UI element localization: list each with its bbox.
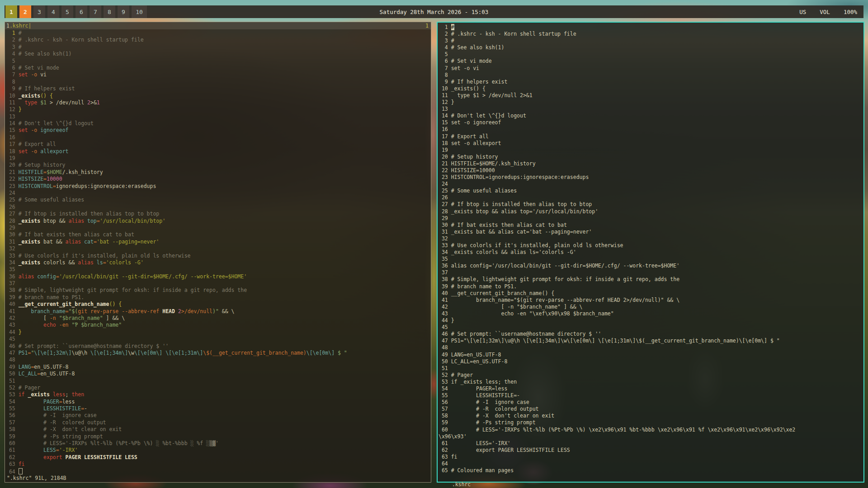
workspace-button-6[interactable]: 6 — [75, 5, 87, 18]
workspace-button-3[interactable]: 3 — [33, 5, 45, 18]
code-line-37: 37 — [6, 280, 431, 287]
workspace-button-10[interactable]: 10 — [132, 5, 147, 18]
workspace-button-1[interactable]: 1 — [5, 5, 17, 18]
vis-buffer[interactable]: 1#2# .kshrc - ksh - Korn shell startup f… — [439, 24, 863, 474]
code-line-25: 25# Some useful aliases — [6, 197, 431, 203]
code-line-56: 56 # -I ignore case — [6, 412, 431, 419]
code-line-10: 10_exists() { — [439, 85, 863, 92]
code-line-8: 8 — [439, 72, 863, 79]
code-line-55: 55 LESSHISTFILE=- — [439, 392, 863, 399]
code-line-19: 19 — [6, 155, 431, 162]
code-line-13: 13 — [439, 106, 863, 113]
code-line-7: 7set -o vi — [439, 65, 863, 72]
code-line-26: 26 — [6, 204, 431, 211]
keyboard-layout-indicator: US — [799, 9, 806, 15]
code-line-39: 39# branch name to PS1. — [439, 283, 863, 290]
vim-buffer[interactable]: 1#2# .kshrc - ksh - Korn shell startup f… — [6, 30, 431, 474]
code-line-42: 42 [ -n "$branch_name" ] && \ — [6, 315, 431, 322]
code-line-43: 43 echo -en "Ƥ $branch_name" — [6, 322, 431, 328]
code-line-40: 40__get_current_git_branch_name() { — [6, 301, 431, 308]
code-line-5: 5 — [439, 51, 863, 58]
code-line-45: 45 — [6, 336, 431, 343]
code-line-52: 52# Pager — [6, 385, 431, 391]
code-line-43: 43 echo -en "\xef\x90\x98 $branch_name" — [439, 310, 863, 317]
code-line-34: 34_exists colorls && alias ls='colorls -… — [6, 259, 431, 266]
code-line-17: 17# Export all — [439, 133, 863, 140]
code-line-53: 53if _exists less; then — [439, 379, 863, 385]
code-line-52: 52# Pager — [439, 372, 863, 379]
code-line-31: 31_exists bat && alias cat='bat --paging… — [6, 239, 431, 245]
terminal-window-vis-focused[interactable]: 1#2# .kshrc - ksh - Korn shell startup f… — [437, 22, 864, 483]
code-line-57: 57 # -R colored output — [439, 406, 863, 413]
code-line-6: 6# Set vi mode — [6, 65, 431, 71]
workspace-button-7[interactable]: 7 — [90, 5, 101, 18]
code-line-12: 12} — [439, 99, 863, 106]
code-line-57: 57 # -R colored output — [6, 419, 431, 426]
code-line-29: 29 — [439, 215, 863, 222]
code-line-46: 46# Set prompt: ``username@hostname dire… — [6, 343, 431, 350]
volume-label: VOL — [820, 9, 830, 15]
vim-tab-separator: | — [28, 22, 31, 29]
code-line-51: 51 — [439, 365, 863, 372]
code-line-27: 27# If btop is installed then alias top … — [439, 201, 863, 208]
text-cursor: # — [451, 24, 454, 30]
code-line-27: 27# If btop is installed then alias top … — [6, 211, 431, 217]
code-line-34: 34_exists colorls && alias ls='colorls -… — [439, 249, 863, 256]
code-line-16: 16 — [6, 134, 431, 141]
code-line-22: 22HISTSIZE=10000 — [439, 167, 863, 174]
code-line-35: 35 — [6, 266, 431, 273]
code-line-54: 54 PAGER=less — [6, 399, 431, 405]
code-line-45: 45 — [439, 324, 863, 331]
code-line-38: 38# Simple, lightweight git prompt for o… — [439, 276, 863, 283]
code-line-64: 64 — [439, 460, 863, 467]
code-line-1: 1# — [439, 24, 863, 31]
code-line-56: 56 # -I ignore case — [439, 399, 863, 406]
code-line-3: 3# — [439, 38, 863, 44]
code-line-60: 60 # LESS='-IRXPs %lt-%lb (%Pt-%Pb \%) \… — [439, 427, 863, 433]
code-line-24: 24 — [439, 181, 863, 188]
workspace-button-8[interactable]: 8 — [104, 5, 115, 18]
code-line-26: 26 — [439, 194, 863, 201]
code-line-19: 19 — [439, 147, 863, 154]
code-line-30: 30# If bat exists then alias cat to bat — [6, 231, 431, 238]
vis-status-filename: .kshrc — [452, 481, 471, 488]
code-line-9: 9# If helpers exist — [6, 85, 431, 92]
code-line-47: 47PS1="\[\e[1;32m\]\u@\h \[\e[1;34m\]\w\… — [6, 350, 431, 357]
code-line-44: 44} — [439, 317, 863, 324]
workspace-button-5[interactable]: 5 — [61, 5, 73, 18]
code-line-47: 47PS1="\[\e[1;32m\]\u@\h \[\e[1;34m\]\w\… — [439, 338, 863, 344]
code-line-14: 14# Don't let \^{}d logout — [6, 120, 431, 127]
code-line-64: 64 — [6, 468, 431, 474]
code-line-9: 9# If helpers exist — [439, 79, 863, 85]
code-line-18: 18set -o allexport — [6, 148, 431, 155]
code-line-18: 18set -o allexport — [439, 140, 863, 147]
code-line-49: 49LANG=en_US.UTF-8 — [6, 364, 431, 371]
vim-tab-title: .kshrc — [9, 22, 28, 29]
vim-tabline[interactable]: 1 .kshrc | 1 — [5, 22, 431, 29]
code-line-24: 24 — [6, 190, 431, 197]
vim-tab-count: 1 — [425, 22, 429, 29]
code-line-51: 51 — [6, 378, 431, 385]
terminal-window-vim[interactable]: 1 .kshrc | 1 1#2# .kshrc - ksh - Korn sh… — [5, 22, 431, 483]
code-line-15: 15set -o ignoreeof — [439, 119, 863, 126]
code-line-7: 7set -o vi — [6, 71, 431, 78]
code-line-29: 29 — [6, 225, 431, 231]
workspace-button-9[interactable]: 9 — [118, 5, 129, 18]
workspace-button-2[interactable]: 2 — [19, 5, 31, 18]
code-line-25: 25# Some useful aliases — [439, 188, 863, 194]
code-line-31: 31_exists bat && alias cat='bat --paging… — [439, 229, 863, 235]
code-line-10: 10_exists() { — [6, 93, 431, 99]
code-line-8: 8 — [6, 79, 431, 85]
code-line-4: 4# See also ksh(1) — [439, 44, 863, 51]
code-line-48: 48 — [439, 344, 863, 351]
unfocused-cursor — [19, 468, 23, 474]
code-line-32: 32 — [439, 235, 863, 242]
code-line-65: 65# Coloured man pages — [439, 467, 863, 474]
code-line-wrap: \x96\x93' — [439, 433, 863, 440]
workspace-button-4[interactable]: 4 — [47, 5, 59, 18]
code-line-54: 54 PAGER=less — [439, 385, 863, 392]
vis-statusline: .kshrc 1,1 1% Command — [439, 474, 862, 481]
code-line-46: 46# Set prompt: ``username@hostname dire… — [439, 331, 863, 338]
code-line-62: 62 export PAGER LESSHISTFILE LESS — [439, 447, 863, 454]
code-line-21: 21HISTFILE=$HOME/.ksh_history — [6, 169, 431, 176]
